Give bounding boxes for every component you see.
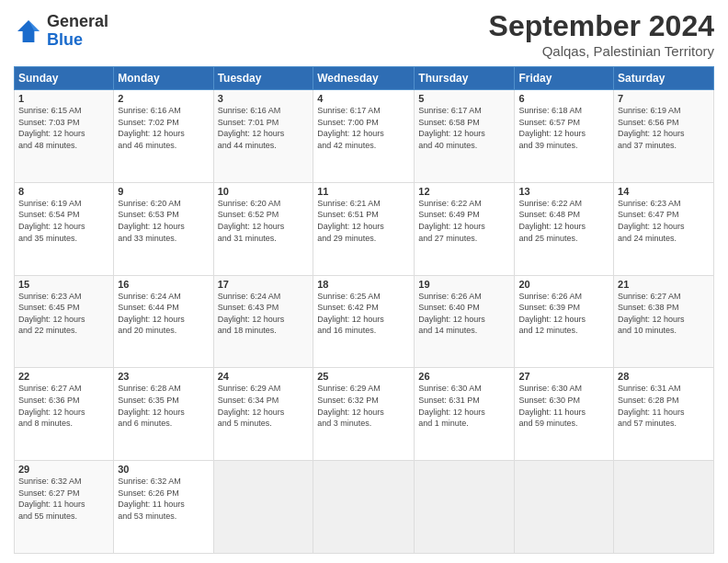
- day-info: Sunrise: 6:24 AM Sunset: 6:43 PM Dayligh…: [218, 291, 310, 337]
- day-info: Sunrise: 6:27 AM Sunset: 6:36 PM Dayligh…: [18, 383, 109, 429]
- day-info: Sunrise: 6:29 AM Sunset: 6:34 PM Dayligh…: [218, 383, 310, 429]
- day-number: 22: [18, 371, 109, 382]
- calendar-cell: 12Sunrise: 6:22 AM Sunset: 6:49 PM Dayli…: [415, 182, 515, 275]
- day-number: 1: [18, 93, 109, 104]
- day-info: Sunrise: 6:16 AM Sunset: 7:02 PM Dayligh…: [118, 105, 209, 151]
- day-info: Sunrise: 6:19 AM Sunset: 6:56 PM Dayligh…: [618, 105, 710, 151]
- day-number: 11: [317, 186, 410, 197]
- calendar-cell: 8Sunrise: 6:19 AM Sunset: 6:54 PM Daylig…: [15, 182, 114, 275]
- calendar-cell: 7Sunrise: 6:19 AM Sunset: 6:56 PM Daylig…: [614, 90, 714, 183]
- calendar-table: SundayMondayTuesdayWednesdayThursdayFrid…: [14, 66, 714, 554]
- day-header-sunday: Sunday: [15, 67, 114, 90]
- calendar-cell: 11Sunrise: 6:21 AM Sunset: 6:51 PM Dayli…: [313, 182, 415, 275]
- calendar-cell: 17Sunrise: 6:24 AM Sunset: 6:43 PM Dayli…: [213, 275, 313, 368]
- day-number: 13: [518, 186, 609, 197]
- calendar-header: SundayMondayTuesdayWednesdayThursdayFrid…: [15, 67, 714, 90]
- day-number: 20: [518, 279, 609, 290]
- day-info: Sunrise: 6:30 AM Sunset: 6:31 PM Dayligh…: [418, 383, 510, 429]
- calendar-cell: 5Sunrise: 6:17 AM Sunset: 6:58 PM Daylig…: [415, 90, 515, 183]
- day-number: 19: [418, 279, 510, 290]
- day-number: 14: [618, 186, 710, 197]
- day-info: Sunrise: 6:32 AM Sunset: 6:27 PM Dayligh…: [18, 476, 109, 522]
- logo-general-text: General: [47, 13, 108, 31]
- day-info: Sunrise: 6:25 AM Sunset: 6:42 PM Dayligh…: [317, 291, 410, 337]
- calendar-cell: 26Sunrise: 6:30 AM Sunset: 6:31 PM Dayli…: [415, 368, 515, 461]
- main-title: September 2024: [489, 9, 714, 43]
- day-header-friday: Friday: [515, 67, 614, 90]
- calendar-cell: 25Sunrise: 6:29 AM Sunset: 6:32 PM Dayli…: [313, 368, 415, 461]
- day-number: 15: [18, 279, 109, 290]
- day-info: Sunrise: 6:21 AM Sunset: 6:51 PM Dayligh…: [317, 198, 410, 244]
- calendar-cell: 4Sunrise: 6:17 AM Sunset: 7:00 PM Daylig…: [313, 90, 415, 183]
- day-info: Sunrise: 6:17 AM Sunset: 7:00 PM Dayligh…: [317, 105, 410, 151]
- day-number: 23: [118, 371, 209, 382]
- calendar-cell: 9Sunrise: 6:20 AM Sunset: 6:53 PM Daylig…: [114, 182, 213, 275]
- days-of-week-row: SundayMondayTuesdayWednesdayThursdayFrid…: [15, 67, 714, 90]
- day-info: Sunrise: 6:32 AM Sunset: 6:26 PM Dayligh…: [118, 476, 209, 522]
- calendar-cell: 13Sunrise: 6:22 AM Sunset: 6:48 PM Dayli…: [515, 182, 614, 275]
- calendar-cell: 3Sunrise: 6:16 AM Sunset: 7:01 PM Daylig…: [213, 90, 313, 183]
- day-number: 9: [118, 186, 209, 197]
- calendar-body: 1Sunrise: 6:15 AM Sunset: 7:03 PM Daylig…: [15, 90, 714, 554]
- day-info: Sunrise: 6:23 AM Sunset: 6:45 PM Dayligh…: [18, 291, 109, 337]
- day-number: 21: [618, 279, 710, 290]
- calendar-cell: [415, 461, 515, 554]
- day-number: 6: [518, 93, 609, 104]
- calendar-cell: 19Sunrise: 6:26 AM Sunset: 6:40 PM Dayli…: [415, 275, 515, 368]
- day-info: Sunrise: 6:30 AM Sunset: 6:30 PM Dayligh…: [518, 383, 609, 429]
- week-row-5: 29Sunrise: 6:32 AM Sunset: 6:27 PM Dayli…: [15, 461, 714, 554]
- subtitle: Qalqas, Palestinian Territory: [489, 43, 714, 59]
- day-number: 17: [218, 279, 310, 290]
- day-info: Sunrise: 6:28 AM Sunset: 6:35 PM Dayligh…: [118, 383, 209, 429]
- day-number: 24: [218, 371, 310, 382]
- day-info: Sunrise: 6:31 AM Sunset: 6:28 PM Dayligh…: [618, 383, 710, 429]
- calendar-cell: [313, 461, 415, 554]
- calendar-cell: 6Sunrise: 6:18 AM Sunset: 6:57 PM Daylig…: [515, 90, 614, 183]
- day-header-thursday: Thursday: [415, 67, 515, 90]
- day-info: Sunrise: 6:22 AM Sunset: 6:48 PM Dayligh…: [518, 198, 609, 244]
- day-info: Sunrise: 6:20 AM Sunset: 6:53 PM Dayligh…: [118, 198, 209, 244]
- calendar-cell: 16Sunrise: 6:24 AM Sunset: 6:44 PM Dayli…: [114, 275, 213, 368]
- day-number: 28: [618, 371, 710, 382]
- day-info: Sunrise: 6:16 AM Sunset: 7:01 PM Dayligh…: [218, 105, 310, 151]
- calendar-cell: 30Sunrise: 6:32 AM Sunset: 6:26 PM Dayli…: [114, 461, 213, 554]
- calendar-cell: 22Sunrise: 6:27 AM Sunset: 6:36 PM Dayli…: [15, 368, 114, 461]
- day-number: 12: [418, 186, 510, 197]
- logo: General Blue: [14, 13, 108, 50]
- day-header-wednesday: Wednesday: [313, 67, 415, 90]
- calendar-cell: 15Sunrise: 6:23 AM Sunset: 6:45 PM Dayli…: [15, 275, 114, 368]
- calendar-cell: 18Sunrise: 6:25 AM Sunset: 6:42 PM Dayli…: [313, 275, 415, 368]
- calendar-cell: 14Sunrise: 6:23 AM Sunset: 6:47 PM Dayli…: [614, 182, 714, 275]
- day-header-tuesday: Tuesday: [213, 67, 313, 90]
- logo-text: General Blue: [47, 13, 108, 50]
- day-info: Sunrise: 6:23 AM Sunset: 6:47 PM Dayligh…: [618, 198, 710, 244]
- day-number: 26: [418, 371, 510, 382]
- calendar-cell: [614, 461, 714, 554]
- day-number: 29: [18, 464, 109, 475]
- calendar-cell: 21Sunrise: 6:27 AM Sunset: 6:38 PM Dayli…: [614, 275, 714, 368]
- day-header-saturday: Saturday: [614, 67, 714, 90]
- calendar-cell: 1Sunrise: 6:15 AM Sunset: 7:03 PM Daylig…: [15, 90, 114, 183]
- calendar-cell: [515, 461, 614, 554]
- calendar-cell: 10Sunrise: 6:20 AM Sunset: 6:52 PM Dayli…: [213, 182, 313, 275]
- day-number: 8: [18, 186, 109, 197]
- day-number: 3: [218, 93, 310, 104]
- calendar-cell: 28Sunrise: 6:31 AM Sunset: 6:28 PM Dayli…: [614, 368, 714, 461]
- day-info: Sunrise: 6:29 AM Sunset: 6:32 PM Dayligh…: [317, 383, 410, 429]
- title-block: September 2024 Qalqas, Palestinian Terri…: [489, 9, 714, 59]
- day-info: Sunrise: 6:17 AM Sunset: 6:58 PM Dayligh…: [418, 105, 510, 151]
- day-number: 2: [118, 93, 209, 104]
- week-row-4: 22Sunrise: 6:27 AM Sunset: 6:36 PM Dayli…: [15, 368, 714, 461]
- header: General Blue September 2024 Qalqas, Pale…: [14, 9, 714, 59]
- day-number: 25: [317, 371, 410, 382]
- logo-icon: [14, 17, 43, 46]
- day-number: 4: [317, 93, 410, 104]
- week-row-1: 1Sunrise: 6:15 AM Sunset: 7:03 PM Daylig…: [15, 90, 714, 183]
- logo-blue-text: Blue: [47, 31, 108, 50]
- day-info: Sunrise: 6:24 AM Sunset: 6:44 PM Dayligh…: [118, 291, 209, 337]
- day-number: 27: [518, 371, 609, 382]
- day-header-monday: Monday: [114, 67, 213, 90]
- calendar-cell: 27Sunrise: 6:30 AM Sunset: 6:30 PM Dayli…: [515, 368, 614, 461]
- calendar-cell: 29Sunrise: 6:32 AM Sunset: 6:27 PM Dayli…: [15, 461, 114, 554]
- week-row-2: 8Sunrise: 6:19 AM Sunset: 6:54 PM Daylig…: [15, 182, 714, 275]
